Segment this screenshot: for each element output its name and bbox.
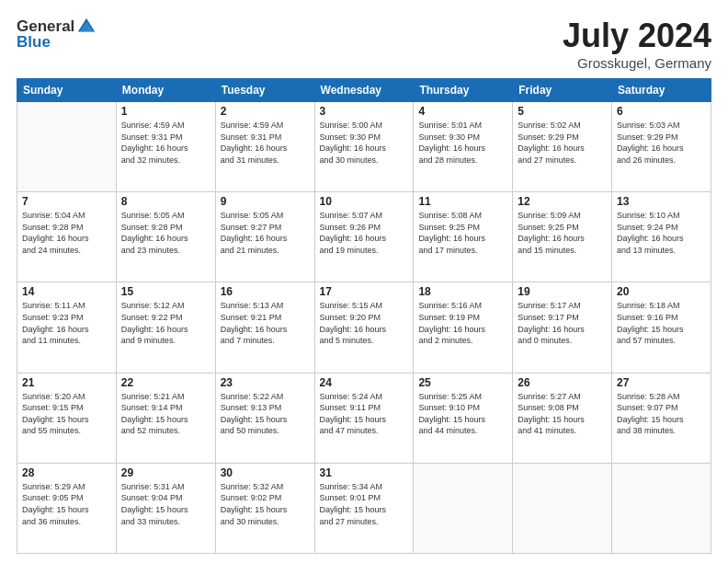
day-number: 28 bbox=[22, 466, 111, 479]
day-number: 18 bbox=[418, 285, 507, 298]
calendar-cell: 18Sunrise: 5:16 AM Sunset: 9:19 PM Dayli… bbox=[414, 282, 513, 373]
day-number: 8 bbox=[121, 195, 210, 208]
calendar-cell bbox=[17, 102, 117, 192]
day-info: Sunrise: 5:28 AM Sunset: 9:07 PM Dayligh… bbox=[617, 391, 706, 437]
day-number: 15 bbox=[121, 285, 210, 298]
calendar-cell: 13Sunrise: 5:10 AM Sunset: 9:24 PM Dayli… bbox=[612, 192, 711, 282]
calendar-cell: 19Sunrise: 5:17 AM Sunset: 9:17 PM Dayli… bbox=[513, 282, 612, 373]
calendar-cell: 30Sunrise: 5:32 AM Sunset: 9:02 PM Dayli… bbox=[215, 463, 314, 553]
day-number: 2 bbox=[221, 105, 310, 118]
day-number: 19 bbox=[518, 285, 607, 298]
day-info: Sunrise: 5:20 AM Sunset: 9:15 PM Dayligh… bbox=[22, 391, 111, 437]
calendar-cell: 11Sunrise: 5:08 AM Sunset: 9:25 PM Dayli… bbox=[414, 192, 513, 282]
day-number: 14 bbox=[22, 285, 111, 298]
day-number: 9 bbox=[221, 195, 310, 208]
day-number: 29 bbox=[121, 466, 210, 479]
day-info: Sunrise: 5:11 AM Sunset: 9:23 PM Dayligh… bbox=[22, 300, 111, 346]
calendar-cell: 3Sunrise: 5:00 AM Sunset: 9:30 PM Daylig… bbox=[314, 102, 414, 192]
day-info: Sunrise: 5:05 AM Sunset: 9:27 PM Dayligh… bbox=[221, 210, 310, 256]
day-info: Sunrise: 5:04 AM Sunset: 9:28 PM Dayligh… bbox=[22, 210, 111, 256]
day-number: 7 bbox=[22, 195, 111, 208]
calendar-cell: 2Sunrise: 4:59 AM Sunset: 9:31 PM Daylig… bbox=[215, 102, 314, 192]
day-info: Sunrise: 5:00 AM Sunset: 9:30 PM Dayligh… bbox=[320, 120, 409, 166]
day-header-monday: Monday bbox=[116, 79, 215, 102]
day-number: 11 bbox=[418, 195, 507, 208]
calendar-cell: 12Sunrise: 5:09 AM Sunset: 9:25 PM Dayli… bbox=[513, 192, 612, 282]
day-info: Sunrise: 5:18 AM Sunset: 9:16 PM Dayligh… bbox=[617, 300, 706, 346]
day-info: Sunrise: 5:22 AM Sunset: 9:13 PM Dayligh… bbox=[221, 391, 310, 437]
calendar-cell: 8Sunrise: 5:05 AM Sunset: 9:28 PM Daylig… bbox=[116, 192, 215, 282]
logo-icon bbox=[76, 17, 97, 37]
day-header-wednesday: Wednesday bbox=[314, 79, 414, 102]
calendar-cell: 28Sunrise: 5:29 AM Sunset: 9:05 PM Dayli… bbox=[17, 463, 117, 553]
calendar-cell: 5Sunrise: 5:02 AM Sunset: 9:29 PM Daylig… bbox=[513, 102, 612, 192]
day-info: Sunrise: 5:12 AM Sunset: 9:22 PM Dayligh… bbox=[121, 300, 210, 346]
header: General Blue July 2024 Grosskugel, Germa… bbox=[17, 17, 711, 71]
day-info: Sunrise: 5:25 AM Sunset: 9:10 PM Dayligh… bbox=[418, 391, 507, 437]
calendar-cell: 20Sunrise: 5:18 AM Sunset: 9:16 PM Dayli… bbox=[612, 282, 711, 373]
week-row-4: 21Sunrise: 5:20 AM Sunset: 9:15 PM Dayli… bbox=[17, 373, 711, 463]
day-number: 17 bbox=[320, 285, 409, 298]
day-number: 5 bbox=[518, 105, 607, 118]
day-info: Sunrise: 5:32 AM Sunset: 9:02 PM Dayligh… bbox=[221, 481, 310, 527]
subtitle: Grosskugel, Germany bbox=[563, 55, 711, 71]
week-row-2: 7Sunrise: 5:04 AM Sunset: 9:28 PM Daylig… bbox=[17, 192, 711, 282]
calendar-cell bbox=[513, 463, 612, 553]
calendar-cell: 23Sunrise: 5:22 AM Sunset: 9:13 PM Dayli… bbox=[215, 373, 314, 463]
week-row-1: 1Sunrise: 4:59 AM Sunset: 9:31 PM Daylig… bbox=[17, 102, 711, 192]
day-info: Sunrise: 5:15 AM Sunset: 9:20 PM Dayligh… bbox=[320, 300, 409, 346]
day-header-sunday: Sunday bbox=[17, 79, 117, 102]
calendar-cell: 10Sunrise: 5:07 AM Sunset: 9:26 PM Dayli… bbox=[314, 192, 414, 282]
day-number: 31 bbox=[320, 466, 409, 479]
calendar-cell: 16Sunrise: 5:13 AM Sunset: 9:21 PM Dayli… bbox=[215, 282, 314, 373]
day-header-thursday: Thursday bbox=[414, 79, 513, 102]
calendar-cell bbox=[414, 463, 513, 553]
calendar-header-row: SundayMondayTuesdayWednesdayThursdayFrid… bbox=[17, 79, 711, 102]
day-info: Sunrise: 5:34 AM Sunset: 9:01 PM Dayligh… bbox=[320, 481, 409, 527]
day-number: 24 bbox=[320, 376, 409, 389]
day-number: 27 bbox=[617, 376, 706, 389]
page: General Blue July 2024 Grosskugel, Germa… bbox=[0, 0, 728, 563]
day-info: Sunrise: 5:07 AM Sunset: 9:26 PM Dayligh… bbox=[320, 210, 409, 256]
calendar-cell bbox=[612, 463, 711, 553]
day-info: Sunrise: 4:59 AM Sunset: 9:31 PM Dayligh… bbox=[221, 120, 310, 166]
calendar-cell: 6Sunrise: 5:03 AM Sunset: 9:29 PM Daylig… bbox=[612, 102, 711, 192]
calendar-cell: 21Sunrise: 5:20 AM Sunset: 9:15 PM Dayli… bbox=[17, 373, 117, 463]
day-info: Sunrise: 5:29 AM Sunset: 9:05 PM Dayligh… bbox=[22, 481, 111, 527]
day-info: Sunrise: 5:21 AM Sunset: 9:14 PM Dayligh… bbox=[121, 391, 210, 437]
day-info: Sunrise: 5:31 AM Sunset: 9:04 PM Dayligh… bbox=[121, 481, 210, 527]
day-number: 13 bbox=[617, 195, 706, 208]
day-info: Sunrise: 5:24 AM Sunset: 9:11 PM Dayligh… bbox=[320, 391, 409, 437]
day-number: 30 bbox=[221, 466, 310, 479]
calendar-cell: 26Sunrise: 5:27 AM Sunset: 9:08 PM Dayli… bbox=[513, 373, 612, 463]
day-number: 21 bbox=[22, 376, 111, 389]
day-number: 25 bbox=[418, 376, 507, 389]
calendar-cell: 27Sunrise: 5:28 AM Sunset: 9:07 PM Dayli… bbox=[612, 373, 711, 463]
calendar-cell: 17Sunrise: 5:15 AM Sunset: 9:20 PM Dayli… bbox=[314, 282, 414, 373]
day-info: Sunrise: 5:13 AM Sunset: 9:21 PM Dayligh… bbox=[221, 300, 310, 346]
day-info: Sunrise: 5:10 AM Sunset: 9:24 PM Dayligh… bbox=[617, 210, 706, 256]
day-number: 23 bbox=[221, 376, 310, 389]
day-info: Sunrise: 5:03 AM Sunset: 9:29 PM Dayligh… bbox=[617, 120, 706, 166]
calendar-cell: 1Sunrise: 4:59 AM Sunset: 9:31 PM Daylig… bbox=[116, 102, 215, 192]
day-info: Sunrise: 5:16 AM Sunset: 9:19 PM Dayligh… bbox=[418, 300, 507, 346]
day-info: Sunrise: 5:17 AM Sunset: 9:17 PM Dayligh… bbox=[518, 300, 607, 346]
day-number: 22 bbox=[121, 376, 210, 389]
main-title: July 2024 bbox=[563, 17, 711, 55]
day-info: Sunrise: 5:02 AM Sunset: 9:29 PM Dayligh… bbox=[518, 120, 607, 166]
day-number: 20 bbox=[617, 285, 706, 298]
calendar-cell: 31Sunrise: 5:34 AM Sunset: 9:01 PM Dayli… bbox=[314, 463, 414, 553]
day-info: Sunrise: 5:05 AM Sunset: 9:28 PM Dayligh… bbox=[121, 210, 210, 256]
day-number: 16 bbox=[221, 285, 310, 298]
day-header-saturday: Saturday bbox=[612, 79, 711, 102]
calendar-cell: 24Sunrise: 5:24 AM Sunset: 9:11 PM Dayli… bbox=[314, 373, 414, 463]
calendar-cell: 7Sunrise: 5:04 AM Sunset: 9:28 PM Daylig… bbox=[17, 192, 117, 282]
day-info: Sunrise: 5:09 AM Sunset: 9:25 PM Dayligh… bbox=[518, 210, 607, 256]
logo: General Blue bbox=[17, 17, 97, 52]
calendar-cell: 29Sunrise: 5:31 AM Sunset: 9:04 PM Dayli… bbox=[116, 463, 215, 553]
calendar-cell: 9Sunrise: 5:05 AM Sunset: 9:27 PM Daylig… bbox=[215, 192, 314, 282]
calendar-cell: 14Sunrise: 5:11 AM Sunset: 9:23 PM Dayli… bbox=[17, 282, 117, 373]
day-header-friday: Friday bbox=[513, 79, 612, 102]
day-number: 26 bbox=[518, 376, 607, 389]
week-row-3: 14Sunrise: 5:11 AM Sunset: 9:23 PM Dayli… bbox=[17, 282, 711, 373]
